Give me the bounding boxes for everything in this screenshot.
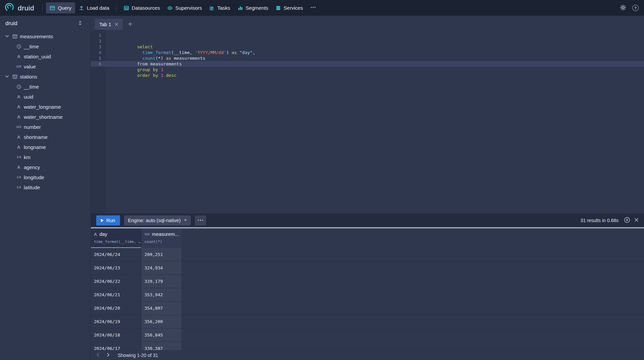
cell-count[interactable]: 356,845 bbox=[141, 328, 181, 342]
tree-item-label: __time bbox=[24, 84, 39, 90]
close-results-button[interactable] bbox=[634, 218, 639, 223]
run-button[interactable]: Run bbox=[96, 215, 120, 225]
column-name: measurem... bbox=[152, 232, 179, 237]
cell-day[interactable]: 2024/06/22 bbox=[91, 275, 141, 288]
tab-1[interactable]: Tab 1 bbox=[95, 19, 123, 30]
tree-item[interactable]: A 123 1.0 station_uuid bbox=[0, 51, 90, 61]
result-row: 2024/06/17 330,387 bbox=[91, 342, 644, 350]
tree-item-label: water_shortname bbox=[24, 114, 63, 120]
query-icon bbox=[50, 5, 55, 11]
nav-item-services[interactable]: Services bbox=[272, 2, 307, 13]
code-lines: 1 select 2 time_format(__time, 'YYYY/MM/… bbox=[91, 33, 644, 67]
download-results-button[interactable] bbox=[624, 217, 630, 224]
cell-day[interactable]: 2024/06/24 bbox=[91, 248, 141, 261]
next-page-button[interactable] bbox=[104, 351, 112, 359]
code-line[interactable]: 2 time_format(__time, 'YYYY/MM/dd') as "… bbox=[91, 38, 644, 44]
string-type-icon: A bbox=[94, 232, 97, 237]
nav-item-datasources[interactable]: Datasources bbox=[120, 2, 164, 13]
druid-logo[interactable]: druid bbox=[5, 2, 34, 14]
prev-page-button[interactable] bbox=[94, 351, 102, 359]
tab-label: Tab 1 bbox=[99, 22, 111, 27]
tree-item[interactable]: A 123 1.0 latitude bbox=[0, 182, 90, 192]
tree-item[interactable]: A 123 1.0 longitude bbox=[0, 172, 90, 182]
code-line[interactable]: 4 from measurements bbox=[91, 50, 644, 55]
line-number: 2 bbox=[91, 38, 106, 44]
code-line[interactable]: 3 count(*) as measurements bbox=[91, 44, 644, 50]
more-icon bbox=[198, 220, 199, 221]
cell-day[interactable]: 2024/06/20 bbox=[91, 302, 141, 315]
chevron-left-icon bbox=[96, 352, 101, 358]
results-header: A day time_format(__time, … 123 measurem… bbox=[91, 228, 644, 248]
results-body: 2024/06/24 200,251 2024/06/23 324,934 20… bbox=[91, 248, 644, 350]
sort-columns-button[interactable] bbox=[78, 20, 82, 27]
sql-editor[interactable]: 1 select 2 time_format(__time, 'YYYY/MM/… bbox=[91, 30, 644, 213]
tree-item[interactable]: A 123 1.0 km bbox=[0, 152, 90, 162]
column-header-measurements[interactable]: 123 measurem... count(*) bbox=[141, 228, 181, 248]
line-number: 6 bbox=[91, 61, 106, 67]
tree-item[interactable]: A 123 1.0 value bbox=[0, 61, 90, 71]
cell-count[interactable]: 353,942 bbox=[141, 288, 181, 301]
schema-header: druid bbox=[0, 16, 90, 31]
query-more-button[interactable] bbox=[195, 215, 206, 225]
add-tab-button[interactable] bbox=[125, 19, 136, 30]
nav-item-supervisors[interactable]: Supervisors bbox=[164, 2, 206, 13]
code-content: order by 1 desc bbox=[106, 61, 176, 67]
nav-more-button[interactable] bbox=[307, 2, 319, 13]
cell-day[interactable]: 2024/06/17 bbox=[91, 342, 141, 350]
cell-count[interactable]: 356,200 bbox=[141, 315, 181, 328]
tree-item-label: number bbox=[24, 124, 41, 130]
code-line[interactable]: 6 order by 1 desc bbox=[91, 61, 644, 67]
tree-item-label: water_longname bbox=[24, 104, 61, 110]
nav-item-segments[interactable]: Segments bbox=[234, 2, 272, 13]
tree-item[interactable]: A 123 1.0 measurements bbox=[0, 31, 90, 41]
tree-item[interactable]: A 123 1.0 stations bbox=[0, 71, 90, 82]
tree-item[interactable]: A 123 1.0 uuid bbox=[0, 92, 90, 102]
cell-count[interactable]: 330,387 bbox=[141, 342, 181, 350]
cell-count[interactable]: 354,807 bbox=[141, 302, 181, 315]
code-content: select bbox=[106, 33, 153, 38]
column-header-day[interactable]: A day time_format(__time, … bbox=[91, 228, 141, 248]
nav-item-label: Query bbox=[58, 5, 71, 11]
cell-count[interactable]: 200,251 bbox=[141, 248, 181, 261]
navbar-divider bbox=[42, 4, 43, 12]
help-button[interactable]: ? bbox=[632, 5, 639, 11]
cell-day[interactable]: 2024/06/23 bbox=[91, 261, 141, 274]
tree-item[interactable]: A 123 1.0 agency bbox=[0, 162, 90, 172]
cell-count[interactable]: 320,179 bbox=[141, 275, 181, 288]
double-caret-vertical-icon bbox=[78, 20, 82, 27]
results-table: A day time_format(__time, … 123 measurem… bbox=[91, 228, 644, 350]
tree-item[interactable]: A 123 1.0 shortname bbox=[0, 132, 90, 142]
cell-day[interactable]: 2024/06/19 bbox=[91, 315, 141, 328]
tree-item[interactable]: A 123 1.0 __time bbox=[0, 82, 90, 92]
tree-item[interactable]: A 123 1.0 __time bbox=[0, 41, 90, 51]
code-token: order by bbox=[137, 73, 158, 78]
line-number: 4 bbox=[91, 50, 106, 55]
cell-day[interactable]: 2024/06/18 bbox=[91, 328, 141, 342]
engine-select[interactable]: Engine: auto (sql-native) bbox=[124, 215, 191, 225]
nav-item-label: Segments bbox=[246, 5, 269, 11]
play-icon bbox=[101, 219, 104, 222]
code-token: as bbox=[232, 50, 237, 55]
result-row: 2024/06/18 356,845 bbox=[91, 328, 644, 342]
tree-item[interactable]: A 123 1.0 longname bbox=[0, 142, 90, 152]
close-tab-icon[interactable] bbox=[115, 22, 118, 26]
tree-item[interactable]: A 123 1.0 number bbox=[0, 122, 90, 132]
settings-button[interactable] bbox=[620, 4, 626, 12]
nav-item-load-data[interactable]: Load data bbox=[75, 2, 113, 13]
tree-item[interactable]: A 123 1.0 water_shortname bbox=[0, 112, 90, 122]
nav-item-tasks[interactable]: Tasks bbox=[206, 2, 234, 13]
tree-item[interactable]: A 123 1.0 water_longname bbox=[0, 102, 90, 112]
result-row: 2024/06/23 324,934 bbox=[91, 261, 644, 275]
number-type-icon: 123 bbox=[15, 65, 22, 68]
code-line[interactable]: 1 select bbox=[91, 33, 644, 38]
run-button-label: Run bbox=[106, 218, 115, 223]
code-content: count(*) as measurements bbox=[106, 44, 205, 50]
code-token: measurements bbox=[171, 56, 206, 61]
cell-count[interactable]: 324,934 bbox=[141, 261, 181, 274]
cell-day[interactable]: 2024/06/21 bbox=[91, 288, 141, 301]
supervisors-icon bbox=[167, 5, 173, 11]
result-row: 2024/06/21 353,942 bbox=[91, 288, 644, 302]
close-icon bbox=[634, 218, 639, 223]
nav-item-query[interactable]: Query bbox=[46, 2, 75, 13]
tree-item-label: value bbox=[24, 64, 36, 69]
